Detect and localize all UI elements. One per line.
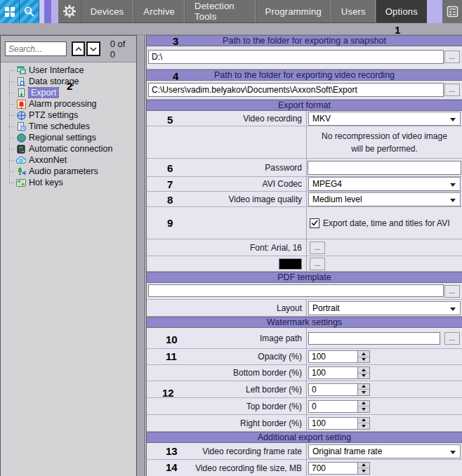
- left-border-spinner[interactable]: 0: [308, 383, 370, 396]
- spinner-down-button[interactable]: [358, 390, 369, 395]
- password-input[interactable]: [308, 161, 461, 175]
- checkmark-icon: [311, 220, 318, 226]
- layout-row: Layout Portrait: [147, 300, 462, 317]
- tab-options[interactable]: Options: [376, 0, 427, 22]
- chevron-down-icon: [90, 47, 97, 51]
- annotation-9: 9: [167, 217, 173, 229]
- sidebar-item-ptz-settings[interactable]: PTZ settings: [1, 110, 136, 121]
- search-match-counter: 0 of 0: [110, 39, 132, 60]
- layout-grid-button[interactable]: [0, 0, 20, 23]
- settings-gear-button[interactable]: [58, 0, 81, 22]
- layout-select[interactable]: Portrait: [308, 301, 461, 315]
- search-input[interactable]: [5, 41, 67, 56]
- window-icon: [16, 66, 26, 75]
- pdf-template-browse-button[interactable]: ...: [444, 285, 460, 298]
- grid-icon: [4, 6, 15, 18]
- annotation-5: 5: [167, 114, 173, 126]
- right-border-row: Right border (%) 100: [147, 415, 462, 432]
- avi-codec-select[interactable]: MPEG4: [308, 177, 461, 191]
- bottom-border-spinner[interactable]: 100: [308, 366, 370, 379]
- video-recording-format-select[interactable]: MKV: [308, 112, 461, 126]
- export-icon: [16, 88, 26, 98]
- export-format-header: Export format: [147, 100, 462, 111]
- tab-archive[interactable]: Archive: [133, 0, 185, 22]
- spinner-up-button[interactable]: [358, 351, 369, 357]
- frame-rate-row: Video recording frame rate Original fram…: [147, 443, 462, 460]
- snapshot-browse-button[interactable]: ...: [444, 51, 460, 63]
- search-panel-button[interactable]: [20, 0, 39, 23]
- search-next-button[interactable]: [86, 41, 100, 56]
- tab-programming[interactable]: Programming: [256, 0, 331, 22]
- sidebar-item-user-interface[interactable]: User Interface: [1, 65, 136, 76]
- dropdown-arrow-icon: [450, 118, 456, 121]
- tab-users[interactable]: Users: [331, 0, 376, 22]
- annotation-1: 1: [395, 24, 400, 36]
- top-toolbar: Devices Archive Detection Tools Programm…: [0, 0, 462, 23]
- annotation-2: 2: [67, 80, 72, 92]
- sidebar-search-bar: 0 of 0: [1, 36, 136, 62]
- hotkeys-icon: [16, 178, 26, 187]
- export-titles-row: Export date, time and titles for AVI: [147, 207, 462, 239]
- right-border-spinner[interactable]: 100: [308, 417, 370, 430]
- file-size-row: Video recording file size, MB 700: [147, 460, 462, 476]
- sidebar-item-hot-keys[interactable]: Hot keys: [1, 177, 136, 188]
- toolbar-end-stripe: [427, 0, 442, 23]
- avi-codec-row: AVI Codec MPEG4: [147, 177, 462, 192]
- frame-rate-select[interactable]: Original frame rate: [308, 444, 461, 458]
- sidebar-item-axxonnet[interactable]: AxxonNet: [1, 154, 136, 166]
- spinner-down-button[interactable]: [358, 423, 369, 429]
- font-label: Font: Arial, 16: [147, 239, 307, 256]
- left-border-row: Left border (%) 0: [147, 381, 462, 398]
- bottom-border-row: Bottom border (%) 100: [147, 365, 462, 381]
- spinner-up-button[interactable]: [358, 367, 369, 373]
- sidebar-item-audio-parameters[interactable]: Audio parameters: [1, 166, 136, 177]
- export-settings-panel: Path to the folder for exporting a snaps…: [146, 35, 462, 476]
- spinner-up-button[interactable]: [358, 401, 369, 407]
- annotation-6: 6: [167, 162, 173, 174]
- video-recording-row: Video recording MKV: [147, 111, 462, 126]
- sidebar-item-alarm-processing[interactable]: Alarm processing: [1, 98, 136, 110]
- sidebar-splitter[interactable]: [137, 35, 145, 476]
- spinner-down-button[interactable]: [358, 468, 369, 474]
- tab-devices[interactable]: Devices: [81, 0, 134, 22]
- file-size-spinner[interactable]: 700: [308, 462, 370, 475]
- app-window: Devices Archive Detection Tools Programm…: [0, 0, 462, 476]
- sidebar-item-regional-settings[interactable]: Regional settings: [1, 132, 136, 143]
- pdf-template-header: PDF template: [147, 272, 462, 283]
- image-path-input[interactable]: [308, 332, 440, 345]
- video-browse-button[interactable]: ...: [444, 84, 460, 96]
- tab-detection-tools[interactable]: Detection Tools: [185, 0, 256, 22]
- image-path-browse-button[interactable]: ...: [444, 332, 460, 345]
- spinner-down-button[interactable]: [358, 357, 369, 363]
- alarm-icon: [16, 100, 26, 109]
- settings-sidebar: 0 of 0 User Interface Data storage Expor…: [0, 35, 137, 476]
- spinner-up-button[interactable]: [358, 384, 369, 390]
- video-path-header: Path to the folder for exporting video r…: [147, 70, 462, 81]
- top-border-spinner[interactable]: 0: [308, 400, 370, 413]
- log-panel-button[interactable]: [442, 0, 462, 23]
- opacity-spinner[interactable]: 100: [308, 350, 370, 363]
- data-storage-icon: [16, 77, 26, 86]
- chevron-up-icon: [75, 47, 82, 51]
- main-menu-bar: Devices Archive Detection Tools Programm…: [58, 0, 427, 22]
- spinner-up-button[interactable]: [358, 463, 369, 469]
- sidebar-item-automatic-connection[interactable]: Automatic connection: [1, 143, 136, 154]
- snapshot-path-input[interactable]: [148, 50, 444, 64]
- font-settings-button[interactable]: ...: [310, 242, 325, 254]
- search-prev-button[interactable]: [72, 41, 85, 56]
- video-image-quality-select[interactable]: Medium level: [308, 192, 461, 206]
- spinner-down-button[interactable]: [358, 373, 369, 379]
- spinner-down-button[interactable]: [358, 406, 369, 412]
- export-titles-checkbox[interactable]: [310, 218, 319, 228]
- audio-icon: [16, 167, 26, 176]
- annotation-4: 4: [173, 70, 178, 82]
- spinner-up-button[interactable]: [358, 418, 369, 424]
- dropdown-arrow-icon: [450, 451, 456, 454]
- font-color-button[interactable]: ...: [310, 258, 325, 270]
- annotation-13: 13: [166, 445, 178, 457]
- annotation-12: 12: [162, 387, 174, 399]
- video-path-input[interactable]: [148, 83, 444, 97]
- magnifier-icon: [23, 6, 35, 18]
- pdf-template-input[interactable]: [148, 284, 444, 297]
- sidebar-item-time-schedules[interactable]: Time schedules: [1, 121, 136, 132]
